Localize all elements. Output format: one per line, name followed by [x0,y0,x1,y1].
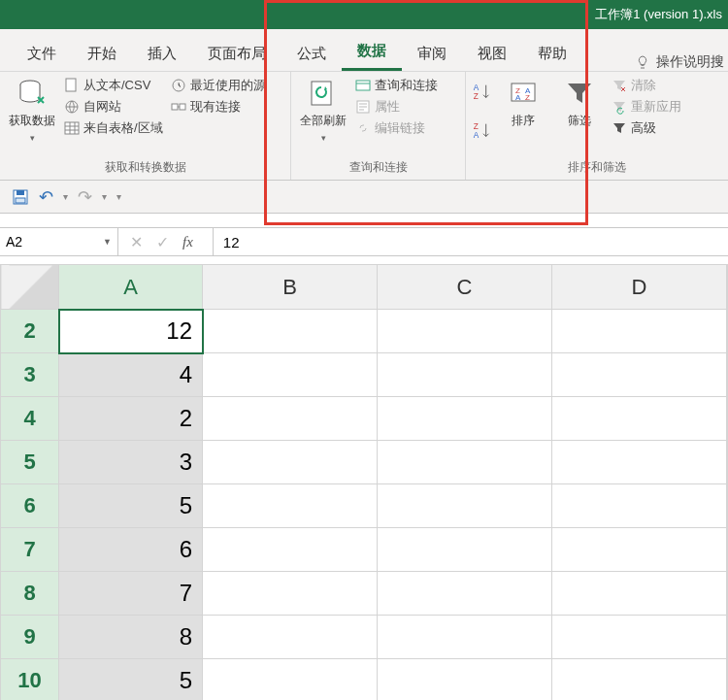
undo-button[interactable]: ↶ [39,186,53,208]
cell[interactable] [727,353,728,397]
tab-insert[interactable]: 插入 [132,35,192,71]
cell[interactable]: 7 [59,572,203,616]
get-data-button[interactable]: 获取数据 ▾ [6,76,58,143]
tab-formula[interactable]: 公式 [281,35,342,71]
qat-customize-icon[interactable]: ▾ [116,191,121,202]
tab-file[interactable]: 文件 [12,35,72,71]
refresh-all-button[interactable]: 全部刷新 ▾ [297,76,349,143]
cell[interactable]: 2 [59,397,203,441]
cell[interactable]: 12 [59,310,203,353]
properties-button[interactable]: 属性 [353,97,440,117]
row-header[interactable]: 7 [1,528,59,572]
cell[interactable]: 4 [59,353,203,397]
from-text-csv-button[interactable]: 从文本/CSV [62,76,165,95]
filter-button[interactable]: 筛选 [553,76,606,129]
advanced-filter-button[interactable]: 高级 [610,118,683,138]
cell[interactable] [378,353,552,397]
fx-icon[interactable]: fx [182,234,201,250]
cell[interactable] [203,616,378,659]
cell[interactable] [552,528,727,572]
cell[interactable] [378,397,552,441]
select-all-corner[interactable] [1,265,59,310]
sort-desc-icon[interactable]: ZA [472,120,493,142]
column-header[interactable]: A [59,265,203,310]
cell[interactable] [203,397,378,441]
cell[interactable] [203,441,378,484]
cell[interactable] [727,616,728,659]
column-header[interactable]: B [203,265,378,310]
sort-button[interactable]: ZAAZ 排序 [497,76,549,129]
svg-rect-1 [66,79,76,91]
queries-connections-button[interactable]: 查询和连接 [353,76,440,95]
cell[interactable] [552,572,727,616]
cell[interactable] [552,484,727,528]
row-header[interactable]: 2 [1,310,59,353]
cell[interactable] [378,310,552,353]
cell[interactable] [552,353,727,397]
column-header[interactable]: C [378,265,552,310]
cell[interactable] [203,572,378,616]
cell[interactable] [552,616,727,659]
row-header[interactable]: 6 [1,484,59,528]
row-header[interactable]: 3 [1,353,59,397]
cell[interactable] [378,572,552,616]
cell[interactable] [378,616,552,659]
cell[interactable] [727,659,728,701]
tab-home[interactable]: 开始 [72,35,132,71]
tab-review[interactable]: 审阅 [402,35,462,71]
svg-rect-20 [17,190,24,195]
sort-asc-icon[interactable]: AZ [472,82,493,103]
cell[interactable] [203,659,378,701]
save-icon[interactable] [12,188,29,206]
cell[interactable] [203,353,378,397]
edit-links-button[interactable]: 编辑链接 [353,118,440,138]
cell[interactable]: 5 [59,484,203,528]
cell[interactable] [203,310,378,353]
cell[interactable] [552,397,727,441]
worksheet-grid[interactable]: A B C D 21234425365768798105 [0,264,728,700]
row-header[interactable]: 10 [1,659,59,701]
cell[interactable] [203,528,378,572]
row-header[interactable]: 5 [1,441,59,484]
column-header[interactable]: D [552,265,727,310]
row-header[interactable]: 8 [1,572,59,616]
recent-sources-button[interactable]: 最近使用的源 [169,76,268,95]
cell[interactable] [727,397,728,441]
from-table-button[interactable]: 来自表格/区域 [62,118,165,138]
enter-icon[interactable]: ✓ [156,233,169,251]
cell[interactable] [552,441,727,484]
cell[interactable] [727,441,728,484]
cell[interactable] [203,484,378,528]
tell-me-search[interactable]: 操作说明搜 [635,53,728,71]
reapply-button[interactable]: 重新应用 [610,97,683,117]
cell[interactable] [727,528,728,572]
row-header[interactable]: 4 [1,397,59,441]
cell[interactable]: 6 [59,528,203,572]
name-box[interactable]: A2 ▼ [0,228,118,255]
redo-button[interactable]: ↷ [78,186,92,208]
cell[interactable]: 8 [59,616,203,659]
cell[interactable]: 3 [59,441,203,484]
cell[interactable] [378,441,552,484]
cell[interactable] [378,659,552,701]
cell[interactable] [727,484,728,528]
formula-input[interactable] [213,228,728,255]
group-get-data: 获取数据 ▾ 从文本/CSV 自网站 来自表格/区域 最近使用的源 现有连接 获… [0,72,291,180]
cell[interactable] [552,310,727,353]
row-header[interactable]: 9 [1,616,59,659]
cell[interactable] [727,310,728,353]
cell[interactable]: 5 [59,659,203,701]
cell[interactable] [378,528,552,572]
existing-connections-button[interactable]: 现有连接 [169,97,268,117]
column-header[interactable] [727,265,728,310]
cell[interactable] [552,659,727,701]
tab-data[interactable]: 数据 [342,32,402,71]
from-web-button[interactable]: 自网站 [62,97,165,117]
cell[interactable] [727,572,728,616]
tab-layout[interactable]: 页面布局 [192,35,281,71]
cell[interactable] [378,484,552,528]
clear-filter-button[interactable]: 清除 [610,76,683,95]
tab-help[interactable]: 帮助 [522,35,582,71]
cancel-icon[interactable]: ✕ [130,233,143,251]
tab-view[interactable]: 视图 [462,35,522,71]
